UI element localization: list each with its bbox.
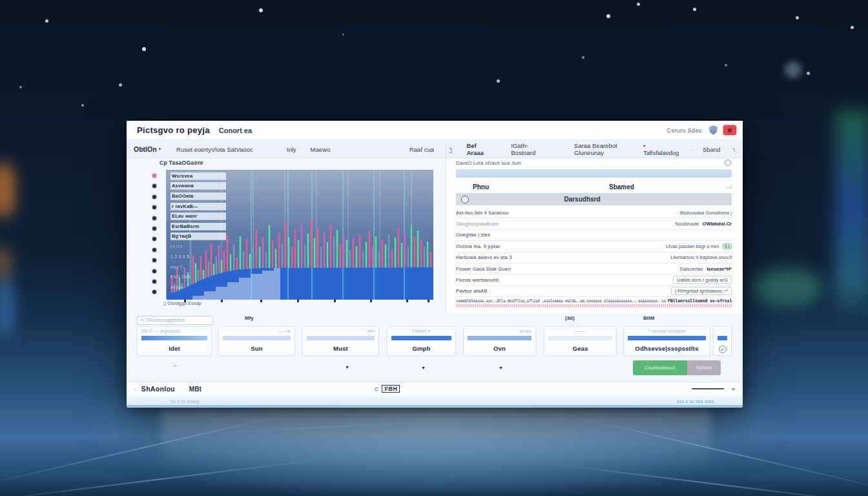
card-search-input[interactable]: +| TRotssssggsssss xyxy=(137,316,213,325)
success-badge: E3 xyxy=(723,243,732,249)
selection-bar[interactable] xyxy=(456,169,732,178)
scroll-icon[interactable]: ʒ xyxy=(449,146,452,153)
metric-cards-row: +| TRotssssggsssssDB IT — srgssssssIdetM… xyxy=(127,315,743,367)
menu-item-3[interactable]: Raaf cua xyxy=(409,146,434,153)
axis-bullet xyxy=(152,280,156,284)
axis-bullet xyxy=(152,237,156,241)
column-header-more[interactable]: —l xyxy=(725,184,732,190)
status-slider[interactable] xyxy=(692,388,724,389)
shield-icon[interactable] xyxy=(709,125,718,135)
legend-row[interactable]: Arssv- xyxy=(167,282,238,293)
axis-bullet xyxy=(152,195,156,199)
detail-row[interactable]: TaloghorgwadbuesNoudzuuatOWlabdol.Cr xyxy=(456,218,732,229)
right-green-glow xyxy=(752,268,823,307)
dropdown-arrow[interactable]: ▼ xyxy=(421,366,426,370)
metric-card[interactable]: DB IT — srgssssssIdet xyxy=(137,326,212,356)
menu-item-9[interactable]: t xyxy=(733,146,735,153)
legend-row[interactable]: 1 2 3 4 5 xyxy=(167,252,238,262)
card-progress-bar xyxy=(718,336,727,340)
legend-row-label: r ravKaB— xyxy=(170,203,226,211)
detail-header-text: DavsO Lota oDavit sua Jum xyxy=(456,160,521,166)
menu-item-7[interactable]: Tafisfalavdog xyxy=(643,142,680,156)
card-label: Sun xyxy=(223,345,291,352)
axis-tick xyxy=(260,300,262,302)
axis-bullet xyxy=(152,216,156,220)
legend-row-label: EsrBaBsrm xyxy=(170,223,226,231)
card-progress-bar xyxy=(307,336,375,340)
legend-row[interactable]: r ravKaB— xyxy=(167,202,238,212)
card-tiny-text: ——w xyxy=(223,329,291,335)
confirm-button[interactable]: Csutlswtwull xyxy=(633,360,687,375)
status-left-text: MBt xyxy=(189,386,202,393)
cancel-button[interactable]: Tstbsfl xyxy=(687,360,721,375)
legend-row[interactable]: ELav wanr xyxy=(167,211,238,222)
card-tiny-text: 7 ssvsssl ssrsssss xyxy=(628,329,706,335)
record-button[interactable]: ▣ xyxy=(723,125,736,135)
refresh-icon[interactable] xyxy=(725,160,731,166)
detail-row[interactable]: Ovctna ma. 9 pyxarLfvas pasdan bsgr u mm… xyxy=(456,241,732,252)
detail-value-strong: OWlabdol.Cr xyxy=(703,221,732,227)
menu-item-5[interactable]: IGath-Bostoard xyxy=(511,142,550,156)
status-badge: FBH xyxy=(382,385,400,393)
chevron-down-icon: ▾ xyxy=(159,147,161,152)
legend-row[interactable]: Wsrsvea xyxy=(167,171,238,181)
detail-row-value: NoudzuuatOWlabdol.Cr xyxy=(675,221,732,227)
legend-row[interactable]: BaOOata xyxy=(167,191,238,202)
check-icon[interactable]: ✓ xyxy=(719,346,727,353)
column-header-name[interactable]: Phnu xyxy=(473,183,489,191)
column-header-status[interactable]: Sbamed xyxy=(609,183,634,191)
footer-left-text: 'sv s'ss ssssg xyxy=(170,399,200,404)
footer-right-link[interactable]: sss s sv sss ssss xyxy=(677,399,714,404)
menu-dot: · xyxy=(690,146,692,153)
metric-card[interactable]: ss-slyOvn xyxy=(463,326,536,356)
card-group-label: Mfy xyxy=(245,315,254,321)
legend-row-label: Arssv- xyxy=(170,285,184,289)
slider-handle[interactable] xyxy=(732,388,735,390)
detail-row[interactable]: Pavbur ataAB| Rimgresd lgrdzawoo,~* xyxy=(456,286,732,297)
detail-row[interactable]: Ast-liso 9ds 9 SaraicouBsdvusdaa Gorsdlo… xyxy=(456,207,732,218)
metric-card[interactable]: minMust xyxy=(302,326,379,356)
detail-row[interactable]: Flunss wertswoutdUatlds dors I goddy arG xyxy=(456,274,732,285)
dropdown-arrow[interactable]: ▼ xyxy=(499,366,503,370)
legend-row[interactable]: EsrBaBsrm xyxy=(167,222,238,232)
detail-value-strong: Iseusse*H* xyxy=(707,266,732,272)
menu-item-6[interactable]: Saraa Bearebot Gluneunay xyxy=(574,142,643,156)
menu-item-0[interactable]: Ruset eoertyVlota SatVaooc xyxy=(176,146,253,153)
legend-row[interactable]: Asvwana xyxy=(167,181,238,192)
detail-row-label: Taloghorgwadbues xyxy=(456,221,499,227)
selected-table-row[interactable]: Darsudhsrd xyxy=(456,193,732,205)
menu-item-8[interactable]: Sband xyxy=(703,146,720,153)
detail-row[interactable]: Ooeghse | stes xyxy=(456,230,732,241)
detail-row-label: Pavbur ataAB xyxy=(456,288,488,294)
detail-row[interactable]: Flower Gaus Dide GuerrDaisvertasIseusse*… xyxy=(456,264,732,274)
menu-item-1[interactable]: Inly xyxy=(287,146,296,153)
menu-item-4[interactable]: Bef Araaa xyxy=(466,142,493,156)
floor-line xyxy=(116,414,762,415)
legend-row[interactable]: rrsv 7- xyxy=(167,262,238,272)
legend-row[interactable]: l t l l t xyxy=(167,242,238,252)
detail-panel-header: DavsO Lota oDavit sua Jum xyxy=(456,160,731,166)
detail-value-text: Uatlds dors I goddy arG xyxy=(673,276,732,284)
legend-row[interactable]: Bg'raqB xyxy=(167,232,238,242)
metric-card[interactable]: ✓ xyxy=(713,326,732,356)
app-title: Pictsgvo ro peyja xyxy=(137,125,210,135)
dropdown-arrow[interactable]: ▼ xyxy=(345,365,349,369)
card-label: Idet xyxy=(141,345,207,352)
card-progress-bar xyxy=(391,336,451,340)
metric-card[interactable]: 7 ssvsssl ssrsssssOdhsevse|ssspsstlts xyxy=(623,326,710,356)
menu-bar: ObtlOn ▾ Ruset eoertyVlota SatVaooc Inly… xyxy=(127,141,743,158)
left-blue-glow xyxy=(0,278,14,336)
axis-bullet xyxy=(152,290,156,294)
metric-card[interactable]: Fhsvss eGmph xyxy=(387,326,456,356)
layout-icon: ⊏ xyxy=(375,386,379,392)
menu-item-2[interactable]: Maewo xyxy=(311,146,331,153)
metric-card[interactable]: ——-Geas xyxy=(544,326,617,356)
title-bar: Pictsgvo ro peyja Conort ea Csruru Sdav.… xyxy=(127,121,743,140)
detail-row[interactable]: Harbuwa awexs ev ata 3Lfwrdarsuv 9 trapt… xyxy=(456,253,732,264)
metric-card[interactable]: ——wSun xyxy=(218,326,295,356)
selected-row-label: Darsudhsrd xyxy=(453,196,711,203)
anchor-icon: ▫ xyxy=(134,386,136,392)
menu-dropdown[interactable]: ObtlOn xyxy=(134,145,157,153)
legend-row[interactable]: Fsr2 GvB xyxy=(167,272,238,282)
axis-tick xyxy=(221,300,223,302)
